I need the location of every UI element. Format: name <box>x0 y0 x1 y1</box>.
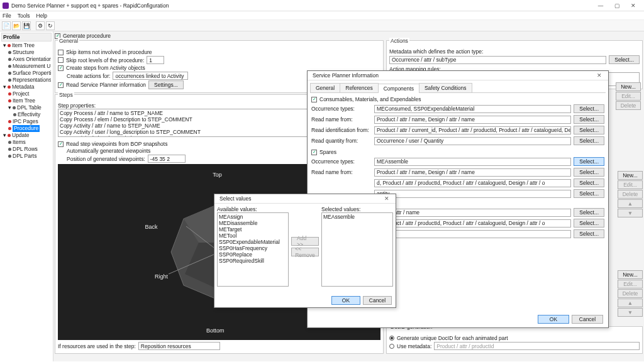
read-vp-check[interactable]: ✓ <box>58 141 64 147</box>
read-sp-check[interactable]: ✓ <box>58 82 64 88</box>
s-rn-select[interactable]: Select... <box>574 168 604 177</box>
sv-ok[interactable]: OK <box>331 296 360 305</box>
s-ri-select[interactable]: Select... <box>574 178 604 187</box>
window-title: Demo Service Planner + support eq + spar… <box>11 3 169 9</box>
add-button[interactable]: Add >> <box>291 237 319 246</box>
x-rn-select[interactable]: Select... <box>574 208 604 217</box>
steps-delete[interactable]: Delete <box>618 190 643 199</box>
steps-down[interactable]: ▼ <box>618 209 643 217</box>
skip-root-check[interactable] <box>58 57 64 63</box>
tree-structure[interactable]: Structure <box>2 49 51 56</box>
tree-units[interactable]: Measurement Units <box>2 63 51 70</box>
tree-metadata[interactable]: ▾Metadata <box>2 84 51 90</box>
toolbar-new-icon[interactable]: 📄 <box>2 21 11 30</box>
maximize-button[interactable]: ▢ <box>609 1 625 11</box>
create-steps-check[interactable]: ✓ <box>58 65 64 71</box>
toolbar-save-icon[interactable]: 💾 <box>22 21 31 30</box>
menu-help[interactable]: Help <box>36 13 47 19</box>
create-for-combo[interactable]: occurrences linked to Activity <box>113 72 188 80</box>
sv-close-icon[interactable]: ✕ <box>380 195 393 202</box>
tree-axes[interactable]: Axes Orientation <box>2 56 51 63</box>
tree-effectivity[interactable]: Effectivity <box>2 111 51 118</box>
rule-edit[interactable]: Edit... <box>616 92 641 101</box>
tree-items[interactable]: Items <box>2 139 51 146</box>
tab-references[interactable]: References <box>340 83 378 92</box>
spi-cancel[interactable]: Cancel <box>572 315 603 324</box>
tree-dplrows[interactable]: DPL Rows <box>2 146 51 153</box>
steps2-edit[interactable]: Edit... <box>618 280 643 288</box>
rule-delete[interactable]: Delete <box>616 101 641 110</box>
toolbar: 📄 📂 💾 ⚙ ↻ <box>0 20 644 31</box>
titlebar: Demo Service Planner + support eq + spar… <box>0 0 644 11</box>
tree-ipc[interactable]: IPC Pages <box>2 118 51 125</box>
tree-dplparts[interactable]: DPL Parts <box>2 153 51 160</box>
x-rq-select[interactable]: Select... <box>574 229 604 238</box>
docid-gen-radio[interactable] <box>389 336 394 341</box>
c-rn-select[interactable]: Select... <box>574 115 604 124</box>
available-list[interactable]: MEAssignMEDisassembleMETargetMETool SSP0… <box>217 212 289 287</box>
c-ri-input[interactable]: Product / attr / current_id, Product / a… <box>374 126 571 134</box>
profile-tree: ▾Item Tree Structure Axes Orientation Me… <box>1 41 52 160</box>
tab-general[interactable]: General <box>310 83 340 92</box>
tree-item-tree[interactable]: ▾Item Tree <box>2 42 51 49</box>
s-occ-input[interactable]: MEAssemble <box>374 158 571 166</box>
action-meta-select[interactable]: Select... <box>609 55 640 64</box>
steps-edit[interactable]: Edit... <box>618 180 643 189</box>
tab-components[interactable]: Components <box>378 84 419 93</box>
docid-use-radio[interactable] <box>389 344 394 349</box>
steps-new[interactable]: New... <box>618 171 643 180</box>
c-rn-input[interactable]: Product / attr / name, Design / attr / n… <box>374 116 571 124</box>
c-rq-select[interactable]: Select... <box>574 136 604 145</box>
sv-cancel[interactable]: Cancel <box>363 296 392 305</box>
x-ri-select[interactable]: Select... <box>574 219 604 228</box>
selected-list[interactable]: MEAssemble <box>321 212 393 287</box>
x-rn-input[interactable]: esign / attr / name <box>374 209 571 217</box>
sidebar: Profile ▾Item Tree Structure Axes Orient… <box>0 31 53 361</box>
remove-button[interactable]: << Remove <box>291 248 319 256</box>
tree-procedure[interactable]: Procedure <box>2 125 51 132</box>
toolbar-run-icon[interactable]: ⚙ <box>36 21 45 30</box>
tree-update[interactable]: ▾Update <box>2 132 51 139</box>
vp-pos-input[interactable]: -45 35 2 <box>148 155 186 163</box>
action-meta-input[interactable]: Occurrence / attr / subType <box>389 56 606 64</box>
steps2-down[interactable]: ▼ <box>618 308 643 317</box>
x-ri-input[interactable]: d, Product / attr / productId, Product /… <box>374 219 571 228</box>
toolbar-open-icon[interactable]: 📂 <box>12 21 21 30</box>
spi-ok[interactable]: OK <box>538 315 569 324</box>
menu-file[interactable]: File <box>3 13 11 19</box>
s-rq-input[interactable]: antity <box>374 190 571 198</box>
rule-new[interactable]: New... <box>616 82 641 91</box>
tree-repr[interactable]: Representations <box>2 77 51 84</box>
tab-safety[interactable]: Safety Conditions <box>419 83 472 92</box>
if-resources-combo[interactable]: Reposition resources <box>138 342 220 350</box>
x-rq-input[interactable]: antity <box>374 230 571 238</box>
tree-itemtree2[interactable]: Item Tree <box>2 97 51 104</box>
steps2-new[interactable]: New... <box>618 270 643 279</box>
skip-root-spinner[interactable]: 1 <box>147 56 164 64</box>
close-button[interactable]: ✕ <box>625 1 641 11</box>
s-occ-select[interactable]: Select... <box>574 157 604 166</box>
tree-dpltable[interactable]: ▾DPL Table <box>2 104 51 111</box>
s-ri-input[interactable]: d, Product / attr / productId, Product /… <box>374 179 571 187</box>
steps2-delete[interactable]: Delete <box>618 289 643 298</box>
toolbar-refresh-icon[interactable]: ↻ <box>46 21 55 30</box>
skip-items-check[interactable] <box>58 50 64 55</box>
c-rq-input[interactable]: Occurrence / user / Quantity <box>374 137 571 145</box>
sv-title: Select values <box>219 195 252 202</box>
tree-surface[interactable]: Surface Properties <box>2 70 51 77</box>
s-rn-input[interactable]: Product / attr / name, Design / attr / n… <box>374 168 571 177</box>
steps2-up[interactable]: ▲ <box>618 299 643 307</box>
s-rq-select[interactable]: Select... <box>574 189 604 198</box>
menu-tools[interactable]: Tools <box>18 13 30 19</box>
tree-project[interactable]: Project <box>2 90 51 97</box>
c-occ-input[interactable]: MEConsumed, SSP0ExpendableMaterial <box>374 105 571 113</box>
settings-button[interactable]: Settings... <box>148 80 184 89</box>
c-ri-select[interactable]: Select... <box>574 126 604 134</box>
c-occ-select[interactable]: Select... <box>574 104 604 113</box>
spi-close-icon[interactable]: ✕ <box>593 72 606 79</box>
consumables-check[interactable]: ✓ <box>311 97 317 102</box>
spares-check[interactable]: ✓ <box>311 150 317 155</box>
minimize-button[interactable]: — <box>592 1 609 11</box>
sidebar-header: Profile <box>1 33 52 41</box>
steps-up[interactable]: ▲ <box>618 199 643 208</box>
